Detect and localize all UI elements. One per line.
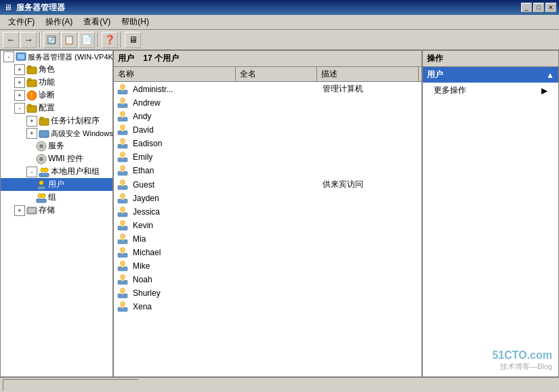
user-row[interactable]: Ethan <box>114 164 421 177</box>
tree-wmi[interactable]: WMI 控件 <box>1 152 112 165</box>
help-button[interactable]: ❓ <box>102 32 118 48</box>
tree-diagnostics-icon: ! <box>26 90 37 101</box>
close-button[interactable]: ✕ <box>545 3 556 12</box>
col-header-desc[interactable]: 描述 <box>317 67 419 81</box>
user-row[interactable]: Noah <box>114 273 421 286</box>
user-name: Mike <box>130 261 239 271</box>
user-row[interactable]: Michael <box>114 246 421 259</box>
svg-point-69 <box>121 261 125 266</box>
user-desc <box>320 238 421 240</box>
paste-button[interactable]: 📄 <box>79 32 95 48</box>
svg-rect-38 <box>121 116 124 118</box>
maximize-button[interactable]: □ <box>533 3 544 12</box>
user-row[interactable]: Eadison <box>114 137 421 150</box>
right-panels: 用户 17 个用户 名称 全名 描述 Administr...管理计算机 And… <box>114 51 558 376</box>
user-row[interactable]: Shurley <box>114 286 421 300</box>
user-desc <box>320 116 421 117</box>
user-name: Emily <box>130 152 239 162</box>
title-bar: 🖥 服务器管理器 _ □ ✕ <box>0 0 559 15</box>
tree-firewall-expand[interactable]: + <box>26 128 37 139</box>
user-row[interactable]: Andy <box>114 110 421 123</box>
menu-view[interactable]: 查看(V) <box>78 15 116 29</box>
tree-config[interactable]: - 配置 <box>1 102 112 114</box>
menu-action[interactable]: 操作(A) <box>40 15 78 29</box>
svg-rect-59 <box>121 211 124 213</box>
user-row[interactable]: Emily <box>114 150 421 164</box>
user-row[interactable]: Xena <box>114 300 421 313</box>
svg-point-19 <box>39 157 43 161</box>
user-fullname <box>239 252 320 253</box>
tree-root-expand[interactable]: - <box>3 51 14 62</box>
tree-diagnostics-expand[interactable]: + <box>14 90 25 101</box>
user-row[interactable]: Kevin <box>114 219 421 232</box>
svg-point-23 <box>39 181 43 185</box>
refresh-button[interactable]: 🔄 <box>43 32 60 48</box>
col-header-name[interactable]: 名称 <box>114 67 236 81</box>
minimize-button[interactable]: _ <box>521 3 532 12</box>
user-row[interactable]: Guest供来宾访问 <box>114 177 421 192</box>
svg-rect-24 <box>37 186 45 190</box>
user-row[interactable]: Mike <box>114 259 421 273</box>
title-bar-title: 服务器管理器 <box>16 2 521 14</box>
svg-rect-35 <box>121 102 124 104</box>
tree-config-icon <box>26 103 37 114</box>
svg-rect-65 <box>121 238 124 240</box>
user-row[interactable]: David <box>114 123 421 137</box>
svg-point-26 <box>41 194 45 198</box>
user-desc <box>320 143 421 144</box>
actions-more[interactable]: 更多操作 ▶ <box>423 83 558 98</box>
tree-config-expand[interactable]: - <box>14 103 25 114</box>
svg-rect-8 <box>28 79 31 81</box>
user-row[interactable]: Jessica <box>114 205 421 219</box>
copy-button[interactable]: 📋 <box>61 32 77 48</box>
user-row[interactable]: Administr...管理计算机 <box>114 82 421 96</box>
back-button[interactable]: ← <box>3 32 19 48</box>
user-list: Administr...管理计算机 Andrew Andy David Eadi… <box>114 82 421 313</box>
actions-section-title-label: 用户 <box>427 69 443 81</box>
actions-more-arrow: ▶ <box>541 86 547 95</box>
user-row[interactable]: Jayden <box>114 192 421 205</box>
user-name: Ethan <box>130 165 239 176</box>
tree-root[interactable]: - 服务器管理器 (WIN-VP4KOMGQQ9 <box>1 51 112 63</box>
tree-services[interactable]: 服务 <box>1 139 112 152</box>
user-fullname <box>239 184 320 186</box>
tree-groups-icon <box>36 192 47 203</box>
svg-point-66 <box>121 248 125 253</box>
user-row[interactable]: Mia <box>114 232 421 246</box>
svg-rect-29 <box>28 209 35 213</box>
tree-storage-expand[interactable]: + <box>14 205 25 216</box>
user-desc <box>320 306 421 307</box>
center-panel: 用户 17 个用户 名称 全名 描述 Administr...管理计算机 And… <box>114 51 423 376</box>
menu-help[interactable]: 帮助(H) <box>116 15 154 29</box>
status-left <box>3 379 138 391</box>
tree-firewall[interactable]: + 高级安全 Windows 防火 <box>1 127 112 139</box>
user-row[interactable]: Andrew <box>114 96 421 110</box>
svg-rect-68 <box>121 252 124 254</box>
properties-button[interactable]: 🖥 <box>125 32 141 48</box>
tree-diagnostics[interactable]: + ! 诊断 <box>1 89 112 102</box>
col-header-fullname[interactable]: 全名 <box>236 67 317 81</box>
tree-features[interactable]: + 功能 <box>1 76 112 89</box>
actions-header: 操作 <box>423 51 558 67</box>
tree-groups[interactable]: 组 <box>1 191 112 204</box>
tree-roles[interactable]: + 角色 <box>1 63 112 76</box>
tree-users[interactable]: 用户 <box>1 178 112 191</box>
svg-rect-74 <box>121 279 124 281</box>
toolbar-separator-3 <box>121 32 122 47</box>
user-fullname <box>239 198 320 199</box>
tree-root-icon <box>16 51 26 62</box>
user-name: David <box>130 125 239 135</box>
forward-button[interactable]: → <box>20 32 37 48</box>
menu-file[interactable]: 文件(F) <box>3 15 40 29</box>
tree-localusers-expand[interactable]: - <box>26 167 37 177</box>
tree-taskscheduler[interactable]: + 任务计划程序 <box>1 114 112 127</box>
actions-more-label: 更多操作 <box>434 85 466 96</box>
svg-point-39 <box>121 125 125 130</box>
user-name: Xena <box>130 301 239 312</box>
tree-taskscheduler-expand[interactable]: + <box>26 116 37 127</box>
tree-roles-expand[interactable]: + <box>14 64 25 75</box>
tree-features-expand[interactable]: + <box>14 77 25 88</box>
svg-rect-50 <box>121 170 124 172</box>
tree-storage[interactable]: + 存储 <box>1 204 112 217</box>
tree-localusers[interactable]: - 本地用户和组 <box>1 165 112 178</box>
